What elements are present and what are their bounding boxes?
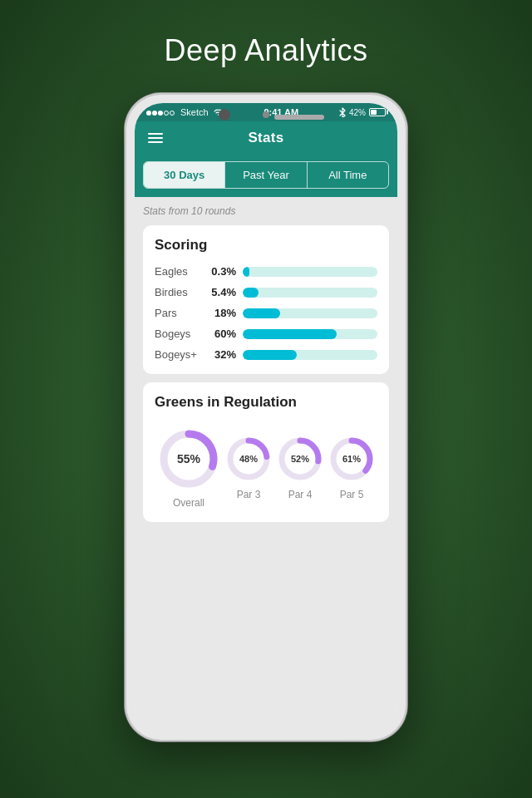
stat-value-bogeys: 60% [206, 328, 236, 340]
bar-fill-eagles [243, 267, 249, 277]
donut-label-par5: Par 5 [340, 489, 364, 500]
stat-label-bogeys: Bogeys [155, 328, 206, 340]
bar-eagles [243, 267, 377, 277]
content-area: Stats from 10 rounds Scoring Eagles 0.3%… [135, 197, 397, 732]
donut-svg-par4: 52% [275, 434, 325, 484]
bar-pars [243, 308, 377, 318]
bar-fill-pars [243, 308, 280, 318]
bluetooth-icon [339, 107, 346, 117]
stat-label-birdies: Birdies [155, 286, 206, 298]
tab-past-year[interactable]: Past Year [224, 162, 306, 188]
donut-par5: 61% Par 5 [327, 434, 377, 500]
bar-fill-birdies [243, 288, 259, 298]
stat-label-pars: Pars [155, 307, 206, 319]
bar-fill-bogeys [243, 329, 337, 339]
stat-value-bogeys-plus: 32% [206, 348, 236, 361]
battery-fill [371, 110, 377, 115]
donut-svg-par3: 48% [224, 434, 273, 484]
svg-text:61%: 61% [342, 454, 361, 464]
gir-card: Greens in Regulation 55% Overall [143, 382, 389, 522]
donut-label-overall: Overall [173, 497, 204, 509]
svg-text:48%: 48% [239, 454, 258, 464]
table-row: Bogeys+ 32% [155, 348, 377, 361]
table-row: Pars 18% [155, 307, 377, 319]
donut-label-par3: Par 3 [237, 489, 261, 500]
tabs: 30 Days Past Year All Time [143, 161, 389, 189]
bar-bogeys-plus [243, 350, 377, 360]
stat-label-eagles: Eagles [155, 265, 206, 278]
gir-card-title: Greens in Regulation [155, 394, 377, 411]
phone-screen: Sketch 9:41 AM 42% [135, 103, 397, 732]
status-left: Sketch [146, 107, 224, 117]
stat-value-birdies: 5.4% [206, 286, 236, 298]
phone-speaker [274, 115, 324, 120]
bar-bogeys [243, 329, 377, 339]
stat-value-eagles: 0.3% [206, 265, 236, 278]
scoring-card-title: Scoring [155, 237, 377, 254]
scoring-card: Scoring Eagles 0.3% Birdies 5.4% [143, 225, 389, 374]
nav-title: Stats [163, 130, 369, 146]
table-row: Bogeys 60% [155, 328, 377, 340]
donut-svg-overall: 55% [155, 426, 222, 492]
status-bar: Sketch 9:41 AM 42% [135, 103, 397, 121]
stat-value-pars: 18% [206, 307, 236, 319]
signal-dots [146, 107, 175, 117]
stat-label-bogeys-plus: Bogeys+ [155, 348, 206, 361]
wifi-icon [213, 108, 224, 116]
stats-subtitle: Stats from 10 rounds [143, 205, 389, 217]
nav-bar: Stats [135, 121, 397, 155]
donut-label-par4: Par 4 [288, 489, 313, 500]
table-row: Eagles 0.3% [155, 265, 377, 278]
donut-overall: 55% Overall [155, 426, 222, 509]
donut-par3: 48% Par 3 [224, 434, 273, 500]
donut-svg-par5: 61% [327, 434, 377, 484]
status-right: 42% [339, 107, 386, 117]
tab-all-time[interactable]: All Time [307, 162, 388, 188]
bar-birdies [243, 288, 377, 298]
tabs-container: 30 Days Past Year All Time [135, 155, 397, 197]
svg-text:52%: 52% [291, 454, 309, 464]
bar-fill-bogeys-plus [243, 350, 297, 360]
battery-percent: 42% [349, 108, 366, 117]
tab-30-days[interactable]: 30 Days [144, 162, 224, 188]
carrier-label: Sketch [180, 107, 209, 117]
phone-frame: Sketch 9:41 AM 42% [125, 93, 407, 741]
table-row: Birdies 5.4% [155, 286, 377, 298]
page-title: Deep Analytics [164, 33, 367, 68]
svg-text:55%: 55% [177, 452, 201, 466]
donut-row: 55% Overall 48% Par 3 [155, 422, 377, 509]
battery-icon [369, 108, 386, 116]
donut-par4: 52% Par 4 [275, 434, 325, 500]
hamburger-icon[interactable] [148, 133, 163, 143]
